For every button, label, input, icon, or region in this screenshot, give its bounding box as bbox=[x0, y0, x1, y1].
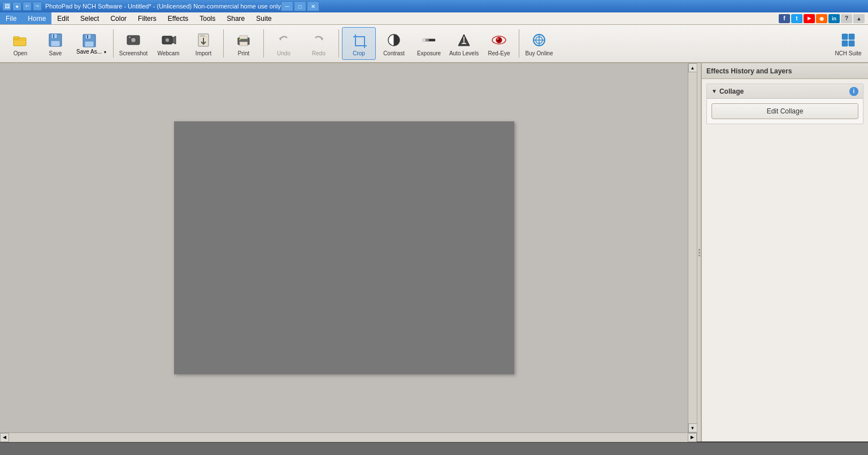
sep1 bbox=[113, 29, 114, 58]
title-text: PhotoPad by NCH Software - Untitled* - (… bbox=[45, 3, 281, 10]
panel-content: ▼ Collage i Edit Collage bbox=[702, 79, 868, 441]
screenshot-button[interactable]: Screenshot bbox=[116, 27, 150, 60]
scroll-track-h[interactable] bbox=[9, 433, 688, 442]
svg-point-43 bbox=[497, 38, 499, 40]
redeye-label: Red-Eye bbox=[488, 50, 510, 56]
saveas-icon bbox=[81, 33, 97, 49]
collage-section: ▼ Collage i Edit Collage bbox=[706, 84, 863, 124]
webcam-button[interactable]: Webcam bbox=[151, 27, 185, 60]
print-icon bbox=[235, 31, 253, 49]
edit-collage-button[interactable]: Edit Collage bbox=[711, 103, 858, 119]
menu-suite[interactable]: Suite bbox=[250, 12, 277, 24]
redeye-button[interactable]: Red-Eye bbox=[482, 27, 516, 60]
saveas-arrow[interactable]: ▾ bbox=[104, 28, 110, 59]
open-icon bbox=[11, 31, 29, 49]
menu-home[interactable]: Home bbox=[22, 12, 51, 24]
contrast-button[interactable]: Contrast bbox=[377, 27, 411, 60]
import-button[interactable]: Import bbox=[186, 27, 220, 60]
exposure-icon bbox=[420, 31, 438, 49]
scroll-up-arrow[interactable]: ▲ bbox=[688, 63, 697, 72]
title-icon-2: ■ bbox=[12, 2, 21, 11]
saveas-main[interactable]: Save As... bbox=[74, 28, 104, 59]
menu-filters[interactable]: Filters bbox=[132, 12, 162, 24]
title-icons: 🖼 ■ ↩ ↪ bbox=[2, 2, 42, 11]
svg-rect-48 bbox=[849, 34, 854, 40]
menu-edit[interactable]: Edit bbox=[51, 12, 75, 24]
svg-rect-23 bbox=[240, 42, 248, 46]
right-panel: Effects History and Layers ▼ Collage i E… bbox=[701, 63, 868, 441]
linkedin-icon[interactable]: in bbox=[828, 14, 840, 23]
menu-tools[interactable]: Tools bbox=[194, 12, 221, 24]
titlebar: 🖼 ■ ↩ ↪ PhotoPad by NCH Software - Untit… bbox=[0, 0, 868, 12]
help2-icon[interactable]: ▲ bbox=[853, 14, 865, 23]
svg-rect-36 bbox=[423, 39, 426, 41]
exposure-label: Exposure bbox=[417, 50, 441, 56]
nchsuite-button[interactable]: NCH Suite bbox=[832, 27, 865, 60]
rss-icon[interactable]: ◉ bbox=[816, 14, 827, 23]
close-button[interactable]: ✕ bbox=[307, 1, 319, 11]
menu-effects[interactable]: Effects bbox=[162, 12, 194, 24]
save-button[interactable]: Save bbox=[38, 27, 72, 60]
menubar: File Home Edit Select Color Filters Effe… bbox=[0, 12, 868, 25]
import-label: Import bbox=[196, 50, 211, 56]
panel-divider[interactable] bbox=[697, 63, 701, 441]
scroll-left-arrow[interactable]: ◀ bbox=[0, 433, 9, 442]
collapse-icon: ▼ bbox=[711, 88, 717, 94]
crop-icon bbox=[350, 31, 368, 49]
svg-rect-49 bbox=[842, 41, 848, 46]
canvas-container: ▲ ▼ ◀ ▶ bbox=[0, 63, 697, 441]
youtube-icon[interactable]: ▶ bbox=[804, 14, 815, 23]
scroll-right-arrow[interactable]: ▶ bbox=[688, 433, 697, 442]
twitter-icon[interactable]: t bbox=[791, 14, 802, 23]
svg-rect-13 bbox=[129, 37, 131, 38]
sep2 bbox=[223, 29, 224, 58]
redo-button[interactable]: Redo bbox=[302, 27, 336, 60]
menu-color[interactable]: Color bbox=[105, 12, 132, 24]
open-button[interactable]: Open bbox=[3, 27, 37, 60]
svg-rect-19 bbox=[200, 35, 205, 36]
sep4 bbox=[338, 29, 339, 58]
panel-title: Effects History and Layers bbox=[706, 67, 792, 75]
autolevels-icon bbox=[455, 31, 473, 49]
saveas-button[interactable]: Save As... ▾ bbox=[73, 27, 110, 60]
buyonline-button[interactable]: Buy Online bbox=[522, 27, 556, 60]
print-button[interactable]: Print bbox=[227, 27, 261, 60]
webcam-label: Webcam bbox=[157, 50, 179, 56]
exposure-button[interactable]: Exposure bbox=[412, 27, 446, 60]
contrast-label: Contrast bbox=[383, 50, 405, 56]
print-label: Print bbox=[238, 50, 250, 56]
scroll-down-arrow[interactable]: ▼ bbox=[688, 423, 697, 432]
filmstrip bbox=[0, 441, 868, 455]
help-icon[interactable]: ? bbox=[841, 14, 852, 23]
svg-marker-15 bbox=[172, 36, 176, 44]
image-canvas bbox=[174, 121, 514, 374]
vertical-scrollbar[interactable]: ▲ ▼ bbox=[688, 63, 697, 432]
screenshot-icon bbox=[124, 31, 142, 49]
import-icon bbox=[194, 31, 212, 49]
horizontal-scrollbar[interactable]: ◀ ▶ bbox=[0, 432, 697, 441]
menu-select[interactable]: Select bbox=[75, 12, 105, 24]
crop-button[interactable]: Crop bbox=[342, 27, 376, 60]
divider-dot3 bbox=[698, 255, 700, 256]
redo-icon bbox=[310, 31, 328, 49]
nchsuite-icon bbox=[839, 31, 857, 49]
canvas-area[interactable] bbox=[0, 63, 688, 432]
edit-collage-label: Edit Collage bbox=[767, 107, 804, 115]
save-icon bbox=[46, 31, 64, 49]
menu-share[interactable]: Share bbox=[221, 12, 250, 24]
title-icon-3: ↩ bbox=[23, 2, 32, 11]
minimize-button[interactable]: ─ bbox=[281, 1, 293, 11]
facebook-icon[interactable]: f bbox=[779, 14, 790, 23]
autolevels-button[interactable]: Auto Levels bbox=[447, 27, 481, 60]
screenshot-label: Screenshot bbox=[119, 50, 148, 56]
undo-button[interactable]: Undo bbox=[267, 27, 301, 60]
collage-info-icon[interactable]: i bbox=[849, 87, 858, 96]
scroll-track-v[interactable] bbox=[688, 72, 697, 423]
maximize-button[interactable]: □ bbox=[294, 1, 306, 11]
menu-file[interactable]: File bbox=[0, 12, 22, 24]
window-controls: ─ □ ✕ bbox=[281, 1, 319, 11]
save-label: Save bbox=[49, 50, 62, 56]
collage-header[interactable]: ▼ Collage i bbox=[707, 84, 863, 99]
svg-point-12 bbox=[132, 38, 135, 42]
undo-label: Undo bbox=[277, 50, 290, 56]
